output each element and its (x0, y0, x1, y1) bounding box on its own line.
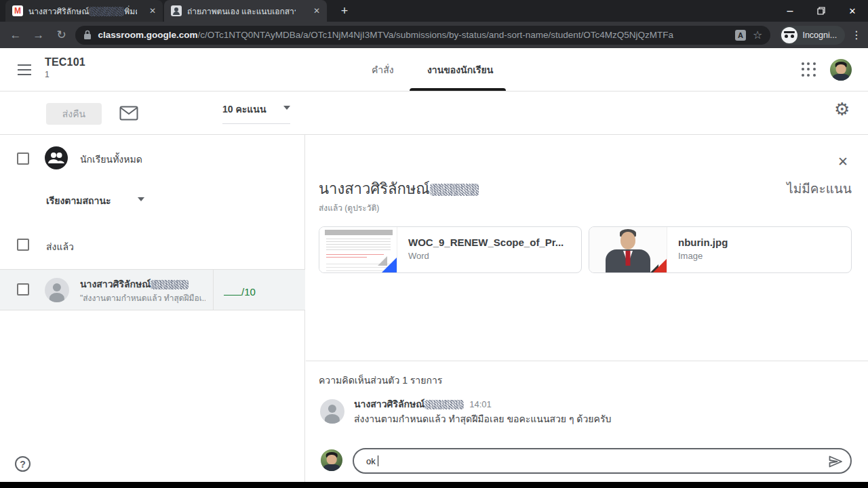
tab-instructions[interactable]: คำสั่ง (355, 48, 410, 91)
translate-icon[interactable]: A (735, 30, 746, 41)
submitted-group-row[interactable]: ส่งแล้ว (0, 232, 305, 266)
divider (306, 361, 868, 361)
course-title: TEC101 (45, 56, 85, 68)
redacted-scribble (425, 400, 464, 409)
browser-tab-strip: M นางสาวศิริลักษณ์พิ่มความคิ ✕ ถ่ายภาพตน… (0, 0, 868, 22)
attachment-title: nburin.jpg (678, 237, 728, 248)
apps-grid-icon[interactable] (802, 62, 816, 77)
see-history-link[interactable]: (ดูประวัติ) (344, 203, 379, 213)
comment-author: นางสาวศิริลักษณ์14:01 (354, 396, 492, 411)
private-comment-box (353, 448, 852, 474)
redacted-scribble (89, 7, 124, 16)
all-students-checkbox[interactable] (17, 152, 29, 165)
all-students-label: นักเรียนทั้งหมด (80, 152, 142, 167)
close-icon[interactable]: ✕ (837, 154, 848, 169)
private-comments-header: ความคิดเห็นส่วนตัว 1 รายการ (319, 373, 442, 388)
attachment-card-image[interactable]: nburin.jpg Image (589, 226, 852, 273)
attachment-title: WOC_9_RENEW_Scope_of_Pr... (408, 237, 564, 248)
student-name: นางสาวศิริลักษณ์ (80, 277, 189, 291)
course-title-block[interactable]: TEC101 1 (45, 56, 85, 79)
points-value: 10 คะแนน (222, 104, 267, 115)
gmail-icon: M (12, 5, 23, 16)
student-comment-preview: "ส่งงานตามกำหนดแล้ว ทำสุดฝีมือเ... (80, 291, 205, 304)
window-minimize-button[interactable]: – (774, 0, 806, 22)
incognito-badge[interactable]: Incogni... (780, 26, 845, 45)
attachment-card-word[interactable]: WOC_9_RENEW_Scope_of_Pr... Word (319, 226, 582, 273)
student-row[interactable]: นางสาวศิริลักษณ์ "ส่งงานตามกำหนดแล้ว ทำส… (0, 269, 305, 310)
bookmark-star-icon[interactable]: ☆ (753, 28, 762, 41)
comment-author-avatar (320, 399, 344, 424)
divider (213, 270, 214, 310)
grading-toolbar: ส่งคืน 10 คะแนน ⚙ (0, 92, 868, 135)
address-field[interactable]: classroom.google.com /c/OTc1NTQ0NTAyMDBa… (75, 26, 770, 45)
browser-tab-gmail[interactable]: M นางสาวศิริลักษณ์พิ่มความคิ ✕ (5, 0, 163, 22)
student-checkbox[interactable] (17, 283, 29, 296)
browser-menu-icon[interactable]: ⋮ (845, 28, 868, 41)
send-icon[interactable] (827, 453, 844, 472)
classroom-header: TEC101 1 คำสั่ง งานของนักเรียน (0, 48, 868, 92)
submission-detail-panel: ✕ นางสาวศิริลักษณ์ ไม่มีคะแนน ส่งแล้ว (ด… (306, 135, 868, 483)
url-domain: classroom.google.com (98, 30, 197, 40)
browser-url-bar: ← → ↻ classroom.google.com /c/OTc1NTQ0NT… (0, 22, 868, 48)
tab-student-work[interactable]: งานของนักเรียน (411, 48, 509, 91)
image-fold-icon (653, 259, 667, 272)
chevron-down-icon (283, 106, 290, 110)
contact-card-icon (171, 5, 182, 16)
reply-avatar (321, 449, 342, 471)
back-icon[interactable]: ← (4, 28, 27, 42)
redacted-scribble (430, 184, 479, 196)
settings-gear-icon[interactable]: ⚙ (834, 99, 850, 120)
submitted-group-label: ส่งแล้ว (46, 239, 74, 254)
menu-hamburger-icon[interactable] (18, 64, 31, 75)
window-restore-button[interactable] (806, 0, 837, 22)
forward-icon[interactable]: → (27, 28, 50, 42)
student-grade[interactable]: /10 (224, 286, 256, 298)
student-list-sidebar: นักเรียนทั้งหมด เรียงตามสถานะ ส่งแล้ว นา… (0, 135, 305, 483)
account-avatar[interactable] (830, 59, 852, 81)
incognito-icon (781, 27, 797, 43)
submitted-group-checkbox[interactable] (17, 239, 29, 251)
bottom-black-bar (0, 482, 868, 488)
course-section: 1 (45, 70, 85, 79)
attachment-type: Image (678, 251, 728, 261)
sort-label: เรียงตามสถานะ (46, 195, 111, 206)
url-path: /c/OTc1NTQ0NTAyMDBa/a/OTc1NjM4NjI3MTVa/s… (198, 30, 729, 40)
text-caret (378, 455, 378, 466)
new-tab-button[interactable]: + (336, 3, 353, 19)
tab-close-icon[interactable]: ✕ (313, 6, 320, 16)
points-dropdown[interactable]: 10 คะแนน (222, 102, 290, 124)
word-doc-thumbnail (319, 227, 397, 272)
all-students-row[interactable]: นักเรียนทั้งหมด (0, 146, 305, 184)
attachment-type: Word (408, 251, 564, 261)
reply-input[interactable] (366, 451, 807, 471)
student-avatar (45, 278, 69, 302)
comment-text: ส่งงานตามกำหนดแล้ว ทำสุดฝีมือเลย ขอคะแนน… (354, 411, 611, 426)
chevron-down-icon (138, 197, 144, 201)
detail-student-name: นางสาวศิริลักษณ์ (319, 177, 479, 201)
submission-status: ส่งแล้ว (ดูประวัติ) (319, 201, 379, 214)
reload-icon[interactable]: ↻ (50, 28, 73, 42)
lock-icon (83, 30, 92, 40)
tab-close-icon[interactable]: ✕ (149, 6, 156, 16)
browser-tab-classroom-active[interactable]: ถ่ายภาพตนเอง และแนบเอกสารประวัติย ✕ (164, 0, 327, 22)
help-question-icon[interactable]: ? (15, 456, 31, 472)
no-grade-label: ไม่มีคะแนน (787, 178, 852, 199)
comment-time: 14:01 (469, 399, 492, 409)
tab-title: ถ่ายภาพตนเอง และแนบเอกสารประวัติย (187, 5, 296, 18)
sort-by-status-dropdown[interactable]: เรียงตามสถานะ (46, 193, 144, 208)
incognito-label: Incogni... (802, 30, 837, 40)
all-students-icon (45, 146, 68, 169)
email-icon[interactable] (119, 106, 138, 123)
tab-title: นางสาวศิริลักษณ์พิ่มความคิ (28, 5, 137, 18)
return-work-button[interactable]: ส่งคืน (46, 103, 102, 125)
word-fold-icon (382, 258, 397, 272)
active-tab-underline (410, 88, 506, 91)
image-thumbnail (589, 227, 667, 272)
screen: M นางสาวศิริลักษณ์พิ่มความคิ ✕ ถ่ายภาพตน… (0, 0, 868, 488)
window-close-button[interactable]: ✕ (837, 0, 868, 22)
redacted-scribble (151, 280, 189, 289)
